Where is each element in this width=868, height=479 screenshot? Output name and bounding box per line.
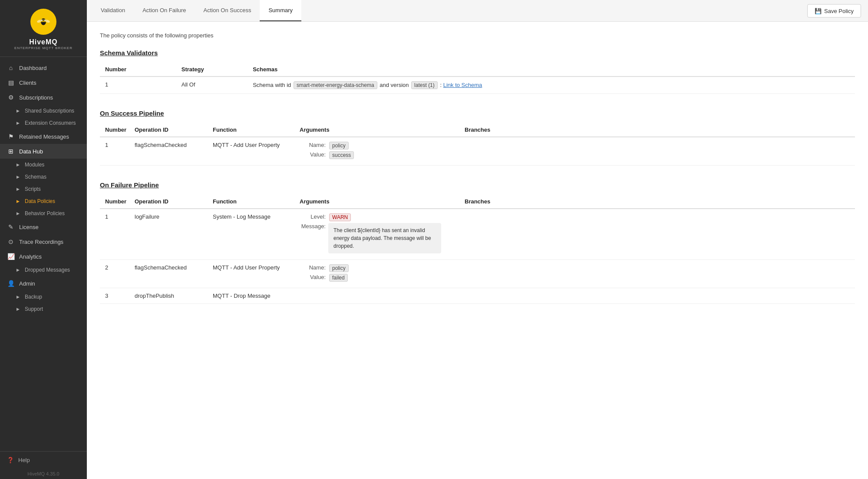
sidebar-label-extension-consumers: Extension Consumers (25, 120, 76, 126)
arrow-icon-4: ▶ (17, 175, 20, 179)
sidebar-label-license: License (19, 224, 39, 230)
arrow-icon-10: ▶ (17, 307, 20, 311)
sidebar-label-schemas: Schemas (25, 174, 46, 180)
arrow-icon-6: ▶ (17, 199, 20, 203)
save-icon: 💾 (815, 7, 822, 14)
tabs-bar: Validation Action On Failure Action On S… (87, 0, 868, 22)
data-hub-icon: ⊞ (7, 148, 15, 155)
col-number-sv: Number (100, 63, 182, 77)
on-failure-pipeline-section: On Failure Pipeline Number Operation ID … (100, 181, 855, 304)
sidebar-label-trace-recordings: Trace Recordings (19, 239, 63, 245)
sidebar-item-license[interactable]: ✎ License (0, 220, 87, 234)
ofp-row-1-args: Level: WARN Message: The client ${client… (300, 209, 465, 260)
sidebar: HiveMQ ENTERPRISE MQTT BROKER ⌂ Dashboar… (0, 0, 87, 479)
sidebar-item-schemas[interactable]: ▶ Schemas (0, 171, 87, 183)
arg-row: Name: policy (300, 142, 459, 150)
on-success-pipeline-section: On Success Pipeline Number Operation ID … (100, 110, 855, 166)
osp-row-1-branches (465, 137, 855, 166)
sidebar-item-behavior-policies[interactable]: ▶ Behavior Policies (0, 207, 87, 220)
help-icon: ❓ (7, 457, 14, 463)
sidebar-logo: HiveMQ ENTERPRISE MQTT BROKER (0, 0, 87, 57)
col-strategy: Strategy (182, 63, 253, 77)
sidebar-item-trace-recordings[interactable]: ⊙ Trace Recordings (0, 234, 87, 249)
col-arguments-osp: Arguments (300, 123, 465, 137)
analytics-icon: 📈 (7, 253, 15, 260)
link-to-schema[interactable]: Link to Schema (443, 82, 482, 88)
sidebar-item-support[interactable]: ▶ Support (0, 303, 87, 315)
on-failure-pipeline-title: On Failure Pipeline (100, 181, 855, 189)
arrow-icon-3: ▶ (17, 163, 20, 167)
admin-icon: 👤 (7, 280, 15, 287)
sv-row-strategy: All Of (182, 77, 253, 94)
tab-action-on-failure[interactable]: Action On Failure (134, 0, 195, 21)
sidebar-label-retained-messages: Retained Messages (19, 133, 69, 140)
intro-text: The policy consists of the following pro… (100, 32, 855, 39)
sidebar-item-clients[interactable]: ▤ Clients (0, 75, 87, 90)
arg-level-label: Level: (300, 213, 326, 220)
arg-name-value-2: policy (329, 264, 349, 272)
ofp-row-3-args (300, 288, 465, 304)
arrow-icon: ▶ (17, 109, 20, 113)
tab-action-on-success[interactable]: Action On Success (195, 0, 260, 21)
col-arguments-ofp: Arguments (300, 195, 465, 209)
ofp-row-3-function: MQTT - Drop Message (213, 288, 300, 304)
sidebar-item-dashboard[interactable]: ⌂ Dashboard (0, 60, 87, 75)
sidebar-item-data-policies[interactable]: ▶ Data Policies (0, 195, 87, 207)
table-row: 1 flagSchemaChecked MQTT - Add User Prop… (100, 137, 855, 166)
ofp-row-2-args: Name: policy Value: failed (300, 260, 465, 288)
sidebar-item-analytics[interactable]: 📈 Analytics (0, 249, 87, 264)
version-label: HiveMQ 4.35.0 (0, 469, 87, 479)
arrow-icon-9: ▶ (17, 295, 20, 299)
ofp-row-1-number: 1 (100, 209, 135, 260)
schema-validators-title: Schema Validators (100, 49, 855, 57)
sidebar-item-modules[interactable]: ▶ Modules (0, 159, 87, 171)
arg-name-value: policy (329, 142, 349, 150)
sidebar-label-shared-subscriptions: Shared Subscriptions (25, 108, 74, 114)
save-label: Save Policy (824, 7, 854, 14)
tab-summary[interactable]: Summary (260, 0, 301, 21)
sidebar-item-scripts[interactable]: ▶ Scripts (0, 183, 87, 195)
sidebar-label-modules: Modules (25, 162, 44, 168)
sidebar-label-support: Support (25, 306, 43, 312)
col-function-ofp: Function (213, 195, 300, 209)
osp-row-1-args: Name: policy Value: success (300, 137, 465, 166)
sidebar-footer: ❓ Help (0, 451, 87, 469)
sidebar-item-shared-subscriptions[interactable]: ▶ Shared Subscriptions (0, 105, 87, 117)
schema-validators-table: Number Strategy Schemas 1 All Of Schema … (100, 63, 855, 94)
ofp-row-1-branches (465, 209, 855, 260)
on-success-pipeline-title: On Success Pipeline (100, 110, 855, 117)
on-failure-table: Number Operation ID Function Arguments B… (100, 195, 855, 304)
brand-name: HiveMQ (29, 38, 58, 46)
sidebar-item-retained-messages[interactable]: ⚑ Retained Messages (0, 129, 87, 144)
ofp-row-3-branches (465, 288, 855, 304)
arg-row: Level: WARN (300, 213, 459, 221)
home-icon: ⌂ (7, 64, 15, 71)
sidebar-label-dropped-messages: Dropped Messages (25, 267, 70, 273)
sidebar-item-backup[interactable]: ▶ Backup (0, 291, 87, 303)
sidebar-item-extension-consumers[interactable]: ▶ Extension Consumers (0, 117, 87, 129)
arg-value-value: success (329, 151, 354, 159)
col-branches-ofp: Branches (465, 195, 855, 209)
sidebar-label-admin: Admin (19, 280, 35, 287)
col-branches-osp: Branches (465, 123, 855, 137)
sidebar-item-dropped-messages[interactable]: ▶ Dropped Messages (0, 264, 87, 276)
hivemq-logo (30, 9, 56, 35)
svg-point-6 (41, 20, 43, 21)
arg-row: Value: failed (300, 274, 459, 282)
arrow-icon-8: ▶ (17, 268, 20, 272)
tab-validation[interactable]: Validation (92, 0, 134, 21)
table-row: 1 logFailure System - Log Message Level:… (100, 209, 855, 260)
col-number-ofp: Number (100, 195, 135, 209)
sidebar-label-dashboard: Dashboard (19, 65, 47, 71)
sidebar-item-admin[interactable]: 👤 Admin (0, 276, 87, 291)
ofp-row-1-function: System - Log Message (213, 209, 300, 260)
sidebar-item-data-hub[interactable]: ⊞ Data Hub (0, 144, 87, 159)
sidebar-label-scripts: Scripts (25, 186, 41, 192)
arg-message-value: The client ${clientId} has sent an inval… (328, 223, 441, 253)
sidebar-item-subscriptions[interactable]: ⚙ Subscriptions (0, 90, 87, 105)
sidebar-label-behavior-policies: Behavior Policies (25, 210, 65, 216)
sidebar-label-backup: Backup (25, 294, 42, 300)
subscriptions-icon: ⚙ (7, 94, 15, 101)
help-item[interactable]: ❓ Help (7, 457, 80, 463)
save-policy-button[interactable]: 💾 Save Policy (807, 4, 861, 17)
